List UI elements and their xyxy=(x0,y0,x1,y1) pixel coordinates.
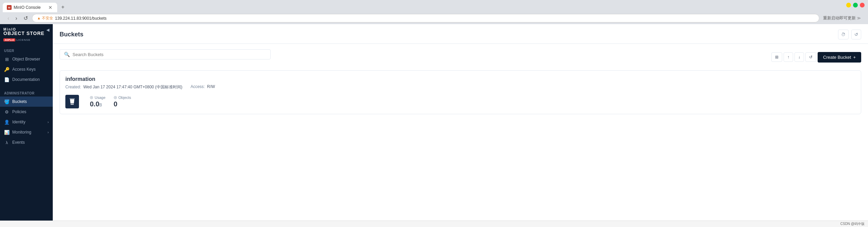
tab-title: MinIO Console xyxy=(14,5,46,10)
security-indicator: ▲ 不安全 xyxy=(37,16,53,21)
objects-stat: ◎ Objects 0 xyxy=(114,95,131,108)
sidebar-item-object-browser[interactable]: ⊞ Object Browser xyxy=(0,54,53,64)
main-header: Buckets ⏱ ↺ xyxy=(53,24,868,44)
main-content: Buckets ⏱ ↺ 🔍 ⊞ ↑ ↓ ↺ Cr xyxy=(53,24,868,221)
sidebar-item-identity[interactable]: 👤 Identity › xyxy=(0,117,53,127)
logo-main: OBJECT STORE xyxy=(3,31,45,36)
browser-tab[interactable]: M MinIO Console ✕ xyxy=(3,3,57,12)
tab-favicon: M xyxy=(7,5,12,10)
access-label: Access: xyxy=(191,84,205,89)
sort-desc-button[interactable]: ↓ xyxy=(794,52,804,62)
bucket-access: Access: R/W xyxy=(191,84,215,90)
bucket-stats: ◎ Usage 0.0B ◎ Objects 0 xyxy=(65,95,855,108)
window-close-button[interactable] xyxy=(860,3,865,7)
new-tab-button[interactable]: + xyxy=(58,2,68,12)
sidebar-item-label: Monitoring xyxy=(12,130,45,135)
sidebar-item-events[interactable]: λ Events xyxy=(0,137,53,147)
usage-value: 0.0B xyxy=(90,100,106,108)
sidebar-item-buckets[interactable]: 🪣 Buckets xyxy=(0,97,53,107)
page-title: Buckets xyxy=(60,31,83,38)
search-bar[interactable]: 🔍 xyxy=(60,49,271,59)
browser-actions: 重新启动即可更新 ≫ xyxy=(821,14,863,22)
sidebar-item-documentation[interactable]: 📄 Documentation xyxy=(0,74,53,85)
objects-circle-icon: ◎ xyxy=(114,95,117,100)
sidebar-collapse-button[interactable]: ◀ xyxy=(46,28,49,32)
objects-label: ◎ Objects xyxy=(114,95,131,100)
reload-button[interactable]: ↺ xyxy=(21,14,30,23)
tab-close-button[interactable]: ✕ xyxy=(48,5,53,10)
usage-label: ◎ Usage xyxy=(90,95,106,100)
logo-license: LICENSE xyxy=(16,38,30,41)
sidebar-item-label: Access Keys xyxy=(12,67,49,72)
objects-value: 0 xyxy=(114,100,131,108)
sidebar-item-monitoring[interactable]: 📊 Monitoring › xyxy=(0,127,53,137)
sidebar-item-label: Documentation xyxy=(12,77,49,82)
header-refresh-button[interactable]: ↺ xyxy=(851,30,861,39)
create-bucket-plus-icon: + xyxy=(853,55,856,60)
sort-asc-button[interactable]: ↑ xyxy=(784,52,793,62)
header-actions: ⏱ ↺ xyxy=(838,30,861,39)
url-display: 139.224.11.83:9001/buckets xyxy=(55,16,107,21)
forward-button[interactable]: › xyxy=(13,14,19,23)
search-input[interactable] xyxy=(73,52,266,57)
object-browser-icon: ⊞ xyxy=(4,56,10,62)
address-bar[interactable]: ▲ 不安全 139.224.11.83:9001/buckets xyxy=(32,14,819,22)
buckets-icon: 🪣 xyxy=(4,99,10,104)
bucket-toolbar: ⊞ ↑ ↓ ↺ Create Bucket + xyxy=(771,52,861,63)
access-keys-icon: 🔑 xyxy=(4,67,10,72)
main-body: 🔍 ⊞ ↑ ↓ ↺ Create Bucket + informatio xyxy=(53,44,868,221)
access-value: R/W xyxy=(207,84,215,89)
bucket-icon xyxy=(65,95,79,108)
bucket-created: Created: Wed Jan 17 2024 17:47:40 GMT+08… xyxy=(65,84,182,90)
grid-view-button[interactable]: ⊞ xyxy=(771,52,782,62)
admin-section-title: Administrator xyxy=(0,90,53,97)
bucket-card[interactable]: information Created: Wed Jan 17 2024 17:… xyxy=(60,70,861,114)
monitoring-icon: 📊 xyxy=(4,129,10,135)
header-timer-button[interactable]: ⏱ xyxy=(838,30,849,39)
sidebar: MinIO OBJECT STORE AGPLv3 LICENSE ◀ User… xyxy=(0,24,53,221)
bucket-name: information xyxy=(65,76,855,82)
window-maximize-button[interactable] xyxy=(853,3,858,7)
policies-icon: ⚙ xyxy=(4,109,10,115)
sidebar-item-label: Policies xyxy=(12,109,49,114)
window-minimize-button[interactable] xyxy=(846,3,851,7)
user-section-title: User xyxy=(0,48,53,54)
logo-badge: AGPLv3 xyxy=(3,38,15,41)
sidebar-item-access-keys[interactable]: 🔑 Access Keys xyxy=(0,64,53,74)
identity-chevron-icon: › xyxy=(48,120,49,124)
created-value: Wed Jan 17 2024 17:47:40 GMT+0800 (中国标准时… xyxy=(83,85,182,89)
usage-circle-icon: ◎ xyxy=(90,95,93,100)
status-text: CSDN @码中版 xyxy=(840,222,865,226)
sidebar-item-label: Identity xyxy=(12,120,45,124)
status-bar: CSDN @码中版 xyxy=(0,221,868,227)
sidebar-item-label: Buckets xyxy=(12,99,49,104)
events-icon: λ xyxy=(4,140,10,145)
create-bucket-label: Create Bucket xyxy=(823,55,851,60)
created-label: Created: xyxy=(65,85,81,89)
search-icon: 🔍 xyxy=(64,52,70,57)
sidebar-item-label: Events xyxy=(12,140,49,145)
usage-unit: B xyxy=(99,103,102,107)
sidebar-item-policies[interactable]: ⚙ Policies xyxy=(0,107,53,117)
identity-icon: 👤 xyxy=(4,119,10,125)
refresh-list-button[interactable]: ↺ xyxy=(805,52,816,62)
create-bucket-button[interactable]: Create Bucket + xyxy=(818,52,861,63)
monitoring-chevron-icon: › xyxy=(48,130,49,134)
back-button[interactable]: ‹ xyxy=(5,14,11,23)
usage-stat: ◎ Usage 0.0B xyxy=(90,95,106,108)
bucket-meta: Created: Wed Jan 17 2024 17:47:40 GMT+08… xyxy=(65,84,855,90)
browser-action-label[interactable]: 重新启动即可更新 ≫ xyxy=(821,14,863,22)
sidebar-item-label: Object Browser xyxy=(12,57,49,62)
documentation-icon: 📄 xyxy=(4,77,10,82)
